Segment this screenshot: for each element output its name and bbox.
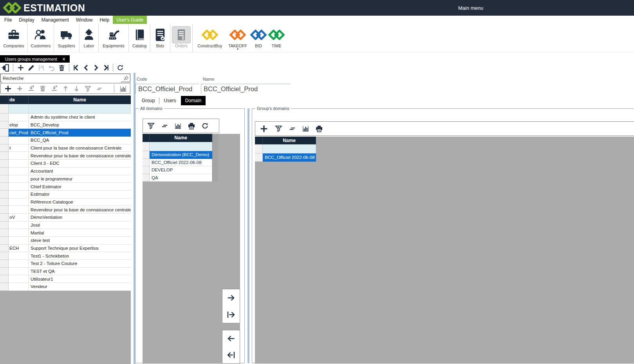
add-record-icon[interactable] [17,64,25,72]
menu-management[interactable]: Management [38,16,72,24]
refresh-icon[interactable] [117,64,124,71]
remove-selected-button[interactable] [222,334,240,343]
toolbar-orders[interactable]: Orders [170,24,193,52]
tab-group[interactable]: Group [139,98,157,103]
table-row[interactable]: Référence Catalogue [0,198,131,206]
move-down-icon[interactable] [73,85,80,92]
menu-window[interactable]: Window [72,16,96,24]
filter-icon[interactable] [84,85,92,92]
delete-trash-icon[interactable] [58,64,65,72]
vertical-scrollbar[interactable] [212,134,218,182]
table-row[interactable]: Admin du système chez le client [0,114,131,121]
remove-all-button[interactable] [222,350,240,360]
table-row[interactable]: Test1 - Schokbeton [0,252,131,260]
table-row[interactable]: Client 3 - EDC [0,160,131,168]
toolbar-takeoff[interactable]: TAKEOFF ▼ [226,24,250,52]
undo-icon[interactable] [48,64,55,72]
menu-display[interactable]: Display [15,16,38,24]
name-filter-cell[interactable] [29,104,131,114]
toolbar-bid[interactable]: BID [250,24,267,52]
import-icon[interactable] [51,85,58,92]
chevron-down-icon[interactable]: ▼ [237,48,239,50]
vertical-splitter[interactable] [247,108,249,363]
filter-icon[interactable] [147,122,155,130]
toolbar-constructbuy[interactable]: ConstructBuy [194,24,226,52]
print-icon[interactable] [188,122,195,130]
close-icon[interactable] [62,57,66,61]
table-row[interactable]: Utilisateur1 [0,275,131,283]
chart-icon[interactable] [119,85,127,92]
table-row[interactable]: tClient pour la base de connaissance Cen… [0,144,131,152]
table-row[interactable]: Chief Estimator [0,183,131,191]
add-icon[interactable] [4,85,12,93]
next-record-icon[interactable] [92,64,99,71]
table-row[interactable]: Revendeur pour la base de connaissance c… [0,206,131,214]
table-row-selected[interactable]: BCC_Officiel 2022-06-08 [255,153,316,162]
chart-icon[interactable] [302,125,309,132]
refresh-icon[interactable] [201,122,209,130]
code-column-header[interactable]: de [9,96,29,104]
main-menu-button[interactable]: Main menu [458,0,483,16]
toolbar-bids[interactable]: Bids [150,24,170,52]
table-row[interactable]: ECHSupport Technique pour Expertisa [0,245,131,252]
tab-users-groups-management[interactable]: Users groups management [0,55,70,63]
table-row[interactable]: pour le programmeur [0,175,131,183]
edit-pencil-icon[interactable] [27,64,35,72]
add-secondary-icon[interactable] [16,85,23,92]
table-row[interactable]: TEST et QA [0,268,131,276]
table-row[interactable]: QA [143,174,212,182]
name-filter-cell[interactable] [150,142,212,151]
toolbar-catalog[interactable]: Catalog [129,24,150,52]
trash-icon[interactable] [39,85,46,92]
name-column-header[interactable]: Name [29,96,131,104]
menu-users-guide[interactable]: User's Guide [113,16,147,24]
tab-users[interactable]: Users [161,98,178,103]
tab-domain[interactable]: Domain [181,96,206,105]
toolbar-equipments[interactable]: Equipments [99,24,129,52]
table-row[interactable]: BCC_Officiel 2022-06-08 [143,159,212,167]
name-column-header[interactable]: Name [263,137,316,144]
table-row[interactable]: Accountant [0,168,131,175]
add-all-button[interactable] [222,310,240,319]
add-icon[interactable] [259,124,269,133]
name-column-header[interactable]: Name [150,134,212,142]
table-row[interactable]: Martial [0,229,131,237]
move-up-icon[interactable] [62,85,69,92]
exit-door-icon[interactable] [1,64,9,72]
table-row-selected[interactable]: ciel_ProdBCC_Officiel_Prod [0,129,131,137]
code-field[interactable]: BCC_Officiel_Prod [135,84,199,94]
print-icon[interactable] [315,125,323,133]
menu-help[interactable]: Help [96,16,113,24]
table-row[interactable]: BCC_QA [0,137,131,144]
name-field[interactable]: BCC_Officiel_Prod [201,84,291,94]
toolbar-time[interactable]: TIME [267,24,286,52]
menu-file[interactable]: File [1,16,15,24]
search-input[interactable] [2,74,121,82]
table-row[interactable]: Test 2 - Toiture Couture [0,260,131,268]
table-row[interactable]: DEVELOP [143,166,212,174]
code-filter-cell[interactable] [9,104,29,114]
pin-icon[interactable] [124,76,129,81]
import-icon[interactable] [27,85,35,92]
table-row[interactable]: steve test [0,237,131,245]
toolbar-customers[interactable]: Customers [28,24,54,52]
table-row[interactable]: oVDémoVentiation [0,214,131,222]
table-row[interactable]: Vendeur [0,283,131,291]
toolbar-companies[interactable]: Companies [0,24,28,52]
summary-icon[interactable] [96,85,103,92]
first-record-icon[interactable] [73,64,80,71]
filter-icon[interactable] [275,124,283,133]
summary-icon[interactable] [161,122,168,130]
table-row[interactable]: Revendeur pour la base de connaissance c… [0,152,131,160]
table-row[interactable]: elopBCC_Develop [0,121,131,129]
last-record-icon[interactable] [102,64,109,71]
chart-icon[interactable] [174,122,182,130]
table-row[interactable]: Estimator [0,191,131,198]
table-row[interactable]: José [0,222,131,229]
toolbar-labor[interactable]: Labor [79,24,99,52]
previous-record-icon[interactable] [83,64,90,71]
add-selected-button[interactable] [222,293,240,303]
table-row-selected[interactable]: Démonstration (BCC_Demo) [143,151,212,159]
save-disk-icon[interactable] [38,64,45,72]
toolbar-suppliers[interactable]: Suppliers [54,24,79,52]
